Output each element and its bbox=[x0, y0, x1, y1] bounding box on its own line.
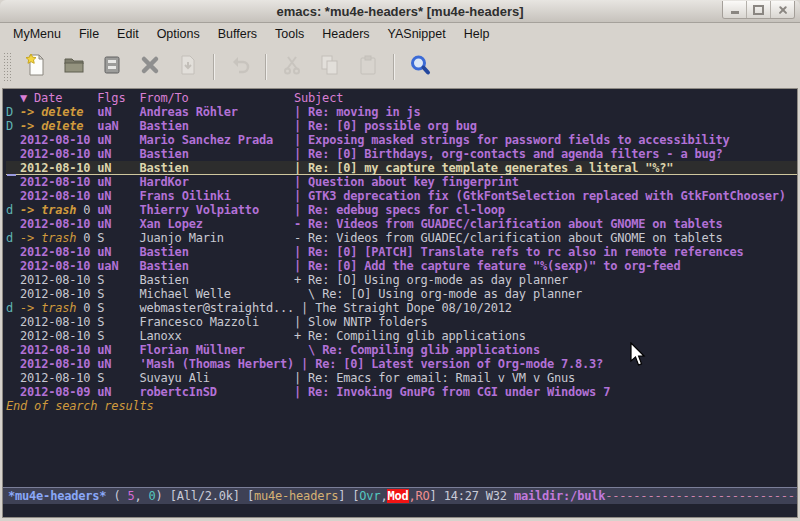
mark-column bbox=[6, 259, 20, 273]
message-row[interactable]: 2012-08-10 S Suvayu Ali | Re: Emacs for … bbox=[6, 371, 797, 385]
date-column: 2012-08-10 bbox=[20, 287, 90, 301]
menu-item-headers[interactable]: Headers bbox=[313, 23, 378, 46]
message-row[interactable]: 2012-08-10 uN Bastien | Re: [0] [PATCH] … bbox=[6, 245, 797, 259]
title-bar[interactable]: emacs: *mu4e-headers* [mu4e-headers] bbox=[0, 0, 800, 23]
subject-column: + Re: Compiling glib applications bbox=[294, 329, 526, 343]
mark-column: D bbox=[6, 119, 20, 133]
window-controls bbox=[722, 1, 795, 19]
message-list: D -> delete uN Andreas Röhler | Re: movi… bbox=[3, 105, 797, 399]
mark-column bbox=[6, 343, 20, 357]
maximize-button[interactable] bbox=[746, 1, 770, 18]
from-column: robertcInSD bbox=[140, 385, 295, 399]
message-row[interactable]: 2012-08-10 S Lanoxx + Re: Compiling glib… bbox=[6, 329, 797, 343]
tool-bar bbox=[0, 46, 800, 88]
menu-item-buffers[interactable]: Buffers bbox=[209, 23, 266, 46]
toolbar-drag-handle[interactable] bbox=[3, 52, 11, 82]
modeline-segment: ) bbox=[156, 489, 170, 503]
message-row[interactable]: 2012-08-10 uN Bastien | Re: [0] my captu… bbox=[6, 161, 797, 175]
undo-icon bbox=[228, 53, 252, 81]
modeline-segment: ] bbox=[430, 489, 444, 503]
toolbar-separator bbox=[213, 54, 215, 80]
mark-column bbox=[6, 287, 20, 301]
search-button[interactable] bbox=[401, 51, 439, 83]
emacs-frame: ▼ Date Flgs From/To Subject D -> delete … bbox=[0, 87, 800, 521]
subject-column: - Re: Videos from GUADEC/clarification a… bbox=[294, 217, 723, 231]
date-column: 2012-08-10 bbox=[20, 147, 90, 161]
modeline-segment: ,RO bbox=[409, 489, 430, 503]
minimize-icon bbox=[731, 11, 739, 14]
search-icon bbox=[408, 53, 432, 81]
mark-column: d bbox=[6, 203, 20, 217]
message-row[interactable]: D -> delete uN Andreas Röhler | Re: movi… bbox=[6, 105, 797, 119]
subject-column: | Re: [0] possible org bug bbox=[294, 119, 477, 133]
from-column: Frans Oilinki bbox=[140, 189, 295, 203]
mark-column bbox=[6, 161, 20, 175]
subject-column: | Exposing masked strings for password f… bbox=[294, 133, 730, 147]
subject-column: | Re: Invoking GnuPG from CGI under Wind… bbox=[294, 385, 610, 399]
menu-item-edit[interactable]: Edit bbox=[108, 23, 148, 46]
message-row[interactable]: 2012-08-10 uaN Bastien | Re: [0] Add the… bbox=[6, 259, 797, 273]
mouse-cursor bbox=[630, 342, 648, 368]
flags-column: uN bbox=[97, 147, 139, 161]
message-row[interactable]: 2012-08-10 S Bastien + Re: [O] Using org… bbox=[6, 273, 797, 287]
flags-column: uaN bbox=[97, 119, 139, 133]
mu4e-headers-buffer[interactable]: ▼ Date Flgs From/To Subject D -> delete … bbox=[2, 88, 798, 518]
message-row[interactable]: D -> delete uaN Bastien | Re: [0] possib… bbox=[6, 119, 797, 133]
flags-column: uN bbox=[97, 217, 139, 231]
open-folder-button[interactable] bbox=[55, 51, 93, 83]
message-row[interactable]: 2012-08-10 uN 'Mash (Thomas Herbert) | R… bbox=[6, 357, 797, 371]
menu-item-options[interactable]: Options bbox=[148, 23, 209, 46]
copy-button bbox=[311, 51, 349, 83]
flags-column: uN bbox=[97, 203, 139, 217]
date-pad bbox=[83, 105, 97, 119]
menu-item-mymenu[interactable]: MyMenu bbox=[4, 23, 70, 46]
subject-column: | Re: [0] [PATCH] Translate refs to rc a… bbox=[294, 245, 744, 259]
minimize-button[interactable] bbox=[723, 1, 746, 18]
menu-item-help[interactable]: Help bbox=[455, 23, 499, 46]
message-row[interactable]: 2012-08-10 uN Frans Oilinki | GTK3 depre… bbox=[6, 189, 797, 203]
subject-column: \ Re: Compiling glib applications bbox=[294, 343, 540, 357]
mode-line: *mu4e-headers* ( 5, 0) [All/2.0k] [mu4e-… bbox=[3, 487, 797, 504]
delete-button[interactable] bbox=[131, 51, 169, 83]
undo-button bbox=[221, 51, 259, 83]
flags-column: uN bbox=[97, 105, 139, 119]
save-button[interactable] bbox=[93, 51, 131, 83]
message-row[interactable]: d -> trash 0 S webmaster@straightd... | … bbox=[6, 301, 797, 315]
menu-item-yasnippet[interactable]: YASnippet bbox=[379, 23, 455, 46]
new-document-button[interactable] bbox=[17, 51, 55, 83]
modeline-segment: [ bbox=[247, 489, 254, 503]
message-row[interactable]: 2012-08-10 uN Bastien | Re: [0] Birthday… bbox=[6, 147, 797, 161]
message-row[interactable]: d -> trash 0 S Juanjo Marin - Re: Videos… bbox=[6, 231, 797, 245]
message-row[interactable]: d -> trash 0 uN Thierry Volpiatto | Re: … bbox=[6, 203, 797, 217]
modeline-segment: , bbox=[134, 489, 148, 503]
subject-column: | The Straight Dope 08/10/2012 bbox=[301, 301, 512, 315]
date-column: -> delete bbox=[20, 119, 83, 133]
message-row[interactable]: 2012-08-10 S Francesco Mazzoli | Slow NN… bbox=[6, 315, 797, 329]
message-row[interactable]: 2012-08-10 uN Florian Müllner \ Re: Comp… bbox=[6, 343, 797, 357]
close-button[interactable] bbox=[770, 1, 794, 18]
delete-icon bbox=[138, 53, 162, 81]
date-column: 2012-08-10 bbox=[20, 217, 90, 231]
message-row[interactable]: 2012-08-10 uN HardKor | Question about k… bbox=[6, 175, 797, 189]
menu-item-tools[interactable]: Tools bbox=[266, 23, 313, 46]
from-column: Bastien bbox=[140, 147, 295, 161]
flags-column: S bbox=[97, 301, 139, 315]
echo-area bbox=[3, 504, 797, 517]
date-column: 2012-08-10 bbox=[20, 273, 90, 287]
from-column: Juanjo Marin bbox=[140, 231, 295, 245]
menu-bar: MyMenuFileEditOptionsBuffersToolsHeaders… bbox=[0, 23, 800, 46]
message-row[interactable]: 2012-08-09 uN robertcInSD | Re: Invoking… bbox=[6, 385, 797, 399]
message-row[interactable]: 2012-08-10 uN Mario Sanchez Prada | Expo… bbox=[6, 133, 797, 147]
message-row[interactable]: 2012-08-10 S Michael Welle \ Re: [O] Usi… bbox=[6, 287, 797, 301]
subject-column: | Re: [0] Latest version of Org-mode 7.8… bbox=[301, 357, 603, 371]
menu-item-file[interactable]: File bbox=[70, 23, 108, 46]
from-column: Andreas Röhler bbox=[140, 105, 295, 119]
date-column: 2012-08-10 bbox=[20, 259, 90, 273]
modeline-segment: 14:27 W32 bbox=[444, 489, 514, 503]
modeline-segment: mu4e-headers bbox=[254, 489, 338, 503]
modeline-segment: Ovr bbox=[359, 489, 380, 503]
from-column: Mario Sanchez Prada bbox=[140, 133, 295, 147]
subject-column: | Re: Emacs for email: Rmail v VM v Gnus bbox=[294, 371, 575, 385]
message-row[interactable]: 2012-08-10 uN Xan Lopez - Re: Videos fro… bbox=[6, 217, 797, 231]
date-column: 2012-08-10 bbox=[20, 329, 90, 343]
